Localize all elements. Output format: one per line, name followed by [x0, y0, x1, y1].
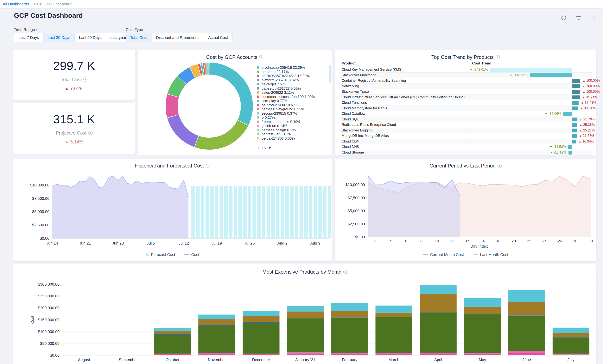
legend-item[interactable]: Cost: [184, 253, 199, 257]
pager-up-icon[interactable]: ▲: [257, 146, 260, 150]
stacked-bar-segment[interactable]: [154, 328, 191, 331]
stacked-bar-segment[interactable]: [331, 318, 368, 353]
filter-option-total-cost[interactable]: Total Cost: [126, 33, 152, 42]
stacked-bar-segment[interactable]: [198, 353, 235, 354]
stacked-bar-segment[interactable]: [243, 316, 279, 322]
stacked-bar-segment[interactable]: [154, 331, 191, 334]
stacked-bar-segment[interactable]: [198, 319, 235, 325]
legend-item[interactable]: harness-playground 0.52%: [257, 107, 333, 111]
donut-slice-qa-setup[interactable]: [195, 120, 248, 150]
stacked-bar-segment[interactable]: [464, 307, 501, 314]
stacked-bar-segment[interactable]: [508, 290, 545, 302]
stacked-bar-segment[interactable]: [464, 298, 501, 307]
stacked-bar-segment[interactable]: [287, 318, 324, 352]
stacked-bar-segment[interactable]: [287, 318, 324, 318]
stacked-bar-segment[interactable]: [287, 353, 324, 355]
info-icon[interactable]: i: [88, 131, 93, 135]
legend-item[interactable]: Current Month Cost: [423, 253, 464, 257]
stacked-bar-segment[interactable]: [287, 306, 324, 311]
stacked-bar-segment[interactable]: [198, 315, 235, 319]
legend-item[interactable]: Last Month Cost: [473, 253, 508, 257]
info-icon[interactable]: i: [259, 55, 263, 59]
stacked-bar-segment[interactable]: [287, 311, 324, 318]
stacked-bar-segment[interactable]: [508, 351, 545, 353]
info-icon[interactable]: i: [206, 164, 210, 168]
stacked-bar-segment[interactable]: [508, 353, 545, 355]
stacked-bar-segment[interactable]: [553, 354, 590, 355]
stacked-bar-segment[interactable]: [420, 353, 457, 353]
stacked-bar-segment[interactable]: [508, 315, 545, 351]
legend-item[interactable]: secops-239815 0.37%: [257, 111, 333, 116]
stacked-bar-segment[interactable]: [420, 312, 457, 353]
info-icon[interactable]: i: [343, 270, 348, 274]
stacked-bar-segment[interactable]: [508, 302, 545, 315]
stacked-bar-segment[interactable]: [331, 303, 368, 311]
donut-slice-prod-setup-205416[interactable]: [209, 63, 253, 125]
stacked-bar-segment[interactable]: [243, 311, 279, 316]
stacked-bar-segment[interactable]: [154, 353, 191, 354]
stacked-bar-segment[interactable]: [464, 353, 501, 354]
legend-item[interactable]: qa-target 7.57%: [257, 82, 333, 86]
donut-slice-pr10406a87045145c3[interactable]: [167, 115, 198, 147]
stacked-bar-segment[interactable]: [420, 294, 457, 312]
legend-item[interactable]: Forecast Cost: [146, 253, 175, 257]
legend-item[interactable]: sales-209522 3.11%: [257, 90, 333, 95]
stacked-bar-segment[interactable]: [376, 306, 412, 313]
stacked-bar-segment[interactable]: [553, 353, 590, 354]
stacked-bar-segment[interactable]: [376, 353, 412, 354]
filter-option-discount-and-promotions[interactable]: Discount and Promotions: [152, 33, 204, 42]
legend-item[interactable]: ccm-play 0.77%: [257, 99, 333, 103]
stacked-bar-segment[interactable]: [553, 333, 590, 337]
filter-option-last-30-days[interactable]: Last 30 Days: [43, 33, 75, 42]
stacked-bar-segment[interactable]: [420, 353, 457, 355]
stacked-bar-segment[interactable]: [154, 334, 191, 335]
legend-item[interactable]: golink-url 0.14%: [257, 124, 333, 128]
legend-item[interactable]: ce-prod-274307 0.67%: [257, 103, 333, 107]
legend-item[interactable]: ø 0.27%: [257, 115, 333, 120]
pager-down-icon[interactable]: ▼: [268, 146, 272, 150]
stacked-bar-segment[interactable]: [198, 326, 235, 353]
stacked-bar-segment[interactable]: [464, 314, 501, 353]
more-options-icon[interactable]: [591, 15, 597, 21]
stacked-bar-segment[interactable]: [198, 354, 235, 355]
donut-slice-platform-205701[interactable]: [166, 94, 179, 118]
stacked-bar-segment[interactable]: [198, 325, 235, 326]
stacked-bar-segment[interactable]: [331, 353, 368, 355]
stacked-bar-segment[interactable]: [243, 354, 279, 355]
stacked-bar-segment[interactable]: [553, 328, 590, 333]
stacked-bar-segment[interactable]: [243, 353, 279, 354]
stacked-bar-segment[interactable]: [376, 317, 412, 353]
info-icon[interactable]: i: [496, 55, 500, 59]
legend-item[interactable]: platform-205701 8.82%: [257, 78, 333, 82]
filter-option-last-90-days[interactable]: Last 90 Days: [75, 33, 106, 42]
donut-slice-ce-qa-274307[interactable]: [209, 63, 209, 75]
refresh-icon[interactable]: [560, 15, 567, 21]
legend-item[interactable]: pr10406a87045145c3 15.20%: [257, 74, 333, 78]
legend-item[interactable]: freemium-sample 0.19%: [257, 120, 333, 124]
stacked-bar-segment[interactable]: [376, 313, 412, 317]
stacked-bar-segment[interactable]: [331, 353, 368, 354]
stacked-bar-segment[interactable]: [331, 311, 368, 317]
stacked-bar-segment[interactable]: [376, 354, 412, 355]
stacked-bar-segment[interactable]: [508, 315, 545, 315]
legend-item[interactable]: uat-setup-261723 5.55%: [257, 86, 333, 91]
filter-option-actual-cost[interactable]: Actual Cost: [204, 33, 232, 42]
filter-icon[interactable]: [575, 15, 582, 21]
stacked-bar-segment[interactable]: [154, 354, 191, 355]
legend-item[interactable]: pentest-uat 0.10%: [257, 132, 333, 136]
legend-item[interactable]: harness-design 0.13%: [257, 128, 333, 132]
breadcrumb-root-link[interactable]: All Dashboards: [3, 2, 29, 6]
stacked-bar-segment[interactable]: [243, 322, 279, 323]
stacked-bar-segment[interactable]: [331, 317, 368, 318]
legend-item[interactable]: qa-setup 23.17%: [257, 70, 333, 74]
stacked-bar-segment[interactable]: [287, 352, 324, 353]
legend-scrollbar[interactable]: [329, 65, 331, 83]
info-icon[interactable]: i: [498, 164, 502, 168]
legend-item[interactable]: customer-success-244100 1.00%: [257, 95, 333, 99]
info-icon[interactable]: i: [83, 77, 87, 81]
stacked-bar-segment[interactable]: [420, 312, 457, 312]
stacked-bar-segment[interactable]: [243, 323, 279, 354]
stacked-bar-segment[interactable]: [154, 335, 191, 354]
legend-item[interactable]: prod-setup-205416 32.29%: [257, 66, 333, 70]
stacked-bar-segment[interactable]: [420, 285, 457, 294]
